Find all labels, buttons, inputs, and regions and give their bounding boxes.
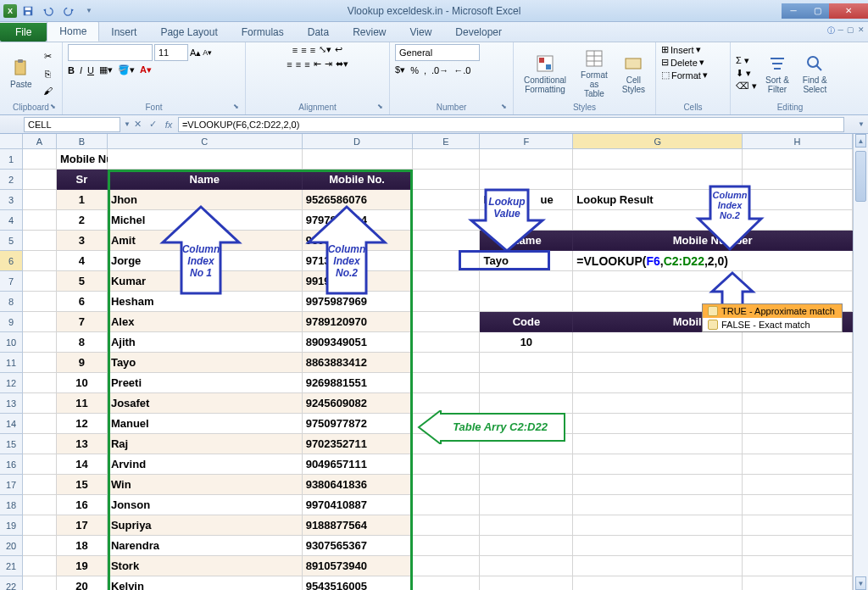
cell[interactable] <box>480 454 573 475</box>
cell[interactable] <box>480 292 573 312</box>
table-cell-mobile[interactable]: 9970410887 <box>303 495 413 515</box>
sort-filter-button[interactable]: Sort & Filter <box>760 52 794 96</box>
table-cell-name[interactable]: Preeti <box>108 373 303 393</box>
cell[interactable] <box>413 251 481 271</box>
table-cell-sr[interactable]: 2 <box>57 210 108 231</box>
cell[interactable] <box>23 393 57 414</box>
cell[interactable] <box>743 414 853 434</box>
cell[interactable] <box>413 190 481 210</box>
insert-cells-button[interactable]: ⊞ Insert ▾ <box>661 44 701 55</box>
bold-button[interactable]: B <box>68 65 75 75</box>
undo-button[interactable] <box>39 3 58 19</box>
find-select-button[interactable]: Find & Select <box>798 52 832 96</box>
merge-center-icon[interactable]: ⬌▾ <box>336 58 348 70</box>
qat-dropdown[interactable]: ▼ <box>80 3 98 19</box>
table-cell-mobile[interactable]: 9543516005 <box>303 576 413 590</box>
cell[interactable] <box>480 475 573 495</box>
cell[interactable] <box>413 170 481 190</box>
scroll-thumb[interactable] <box>855 151 866 202</box>
cell[interactable] <box>23 332 57 353</box>
align-center-icon[interactable]: ≡ <box>296 59 301 70</box>
tooltip-true[interactable]: TRUE - Approximate match <box>703 304 842 318</box>
cell-styles-button[interactable]: Cell Styles <box>617 52 650 96</box>
tab-file[interactable]: File <box>0 23 47 42</box>
table-cell-mobile[interactable]: 8863883412 <box>303 353 413 373</box>
cell[interactable] <box>413 454 481 475</box>
tab-review[interactable]: Review <box>341 23 398 42</box>
cell[interactable] <box>23 556 57 576</box>
scroll-up-icon[interactable]: ▲ <box>855 134 866 148</box>
cell[interactable] <box>743 149 853 170</box>
tab-developer[interactable]: Developer <box>443 23 514 42</box>
cell[interactable] <box>743 393 853 414</box>
label-lookup-result[interactable]: Lookup Result <box>573 190 743 210</box>
table-cell-sr[interactable]: 12 <box>57 414 108 434</box>
cell[interactable] <box>743 556 853 576</box>
cell[interactable] <box>480 495 573 515</box>
table-cell-name[interactable]: Jorge <box>108 251 303 271</box>
row-header[interactable]: 21 <box>0 556 23 576</box>
tooltip-false[interactable]: FALSE - Exact match <box>703 318 842 331</box>
table-cell-mobile[interactable]: 8909349051 <box>303 332 413 353</box>
col-header[interactable]: F <box>480 134 573 149</box>
cell[interactable] <box>23 271 57 292</box>
table-cell-name[interactable]: Win <box>108 475 303 495</box>
align-right-icon[interactable]: ≡ <box>304 59 309 70</box>
cell[interactable] <box>480 515 573 536</box>
row-header[interactable]: 11 <box>0 353 23 373</box>
row-header[interactable]: 19 <box>0 515 23 536</box>
cell[interactable] <box>573 149 743 170</box>
cell[interactable] <box>743 475 853 495</box>
row-header[interactable]: 8 <box>0 292 23 312</box>
cell[interactable] <box>413 556 481 576</box>
table-cell-mobile[interactable]: 9269881551 <box>303 373 413 393</box>
table-cell-name[interactable]: Narendra <box>108 536 303 556</box>
fill-color-icon[interactable]: 🪣▾ <box>118 64 135 75</box>
row-header[interactable]: 12 <box>0 373 23 393</box>
cell[interactable] <box>413 312 481 332</box>
border-icon[interactable]: ▦▾ <box>99 64 113 75</box>
decrease-indent-icon[interactable]: ⇤ <box>314 58 321 70</box>
cell[interactable] <box>413 292 481 312</box>
table-cell-name[interactable]: Arvind <box>108 454 303 475</box>
align-top-icon[interactable]: ≡ <box>292 45 298 55</box>
cell[interactable] <box>413 515 481 536</box>
cell[interactable] <box>23 454 57 475</box>
table-cell-mobile[interactable]: 9049657111 <box>303 454 413 475</box>
formula-input[interactable]: =VLOOKUP(F6,C2:D22,2,0) <box>178 117 844 132</box>
row-header[interactable]: 22 <box>0 576 23 590</box>
row-header[interactable]: 5 <box>0 231 23 251</box>
select-all-button[interactable] <box>0 134 23 149</box>
table-cell-sr[interactable]: 5 <box>57 271 108 292</box>
cell[interactable] <box>23 475 57 495</box>
table-cell-name[interactable]: Amit <box>108 231 303 251</box>
cell[interactable] <box>743 536 853 556</box>
cell[interactable] <box>480 271 573 292</box>
cell[interactable] <box>743 170 853 190</box>
cell[interactable] <box>413 475 481 495</box>
cell[interactable] <box>573 210 743 231</box>
table-header[interactable]: Name <box>108 170 303 190</box>
cell[interactable] <box>413 231 481 251</box>
cell[interactable] <box>480 170 573 190</box>
cell[interactable] <box>480 149 573 170</box>
wb-minimize[interactable]: ─ <box>838 25 843 36</box>
tab-data[interactable]: Data <box>296 23 341 42</box>
row-header[interactable]: 17 <box>0 475 23 495</box>
cell[interactable] <box>23 149 57 170</box>
table-cell-name[interactable]: Kumar <box>108 271 303 292</box>
font-color-icon[interactable]: A▾ <box>140 64 152 75</box>
clear-icon[interactable]: ⌫ ▾ <box>736 81 757 92</box>
cell[interactable] <box>743 373 853 393</box>
cell[interactable] <box>573 475 743 495</box>
cell[interactable] <box>573 271 743 292</box>
cell[interactable] <box>413 149 481 170</box>
right-header[interactable]: Mobile Number <box>573 231 853 251</box>
cell[interactable] <box>23 292 57 312</box>
label-lookup-value[interactable]: Look ue <box>480 190 573 210</box>
table-cell-mobile[interactable]: 9702352711 <box>303 434 413 454</box>
table-cell-mobile[interactable]: 9307565367 <box>303 536 413 556</box>
cell[interactable] <box>23 251 57 271</box>
table-cell-name[interactable]: Josafet <box>108 393 303 414</box>
tab-insert[interactable]: Insert <box>99 23 148 42</box>
